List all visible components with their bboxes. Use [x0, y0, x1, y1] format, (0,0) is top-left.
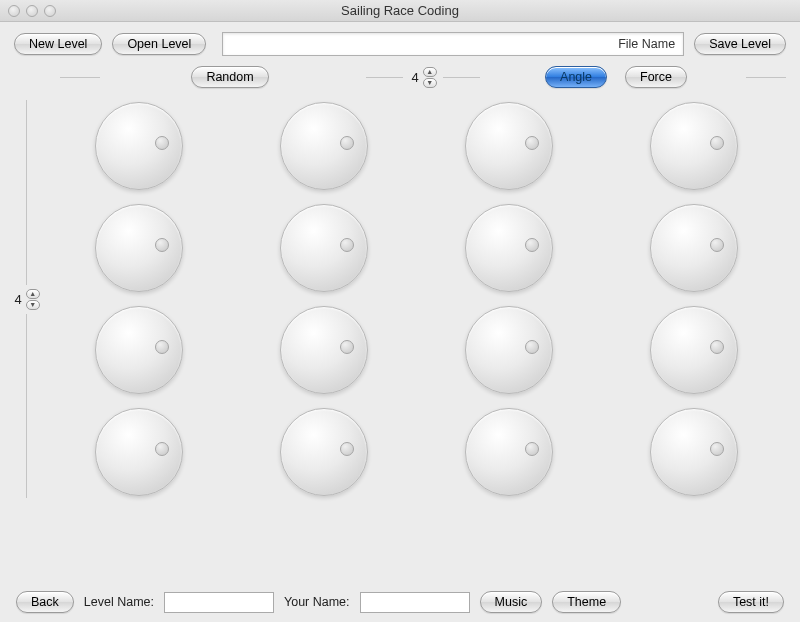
knob-face	[465, 102, 553, 190]
knob-indicator-icon	[340, 340, 354, 354]
knob[interactable]	[95, 306, 183, 394]
knob-indicator-icon	[340, 442, 354, 456]
knob-indicator-icon	[710, 340, 724, 354]
knob-face	[465, 408, 553, 496]
knob[interactable]	[280, 102, 368, 190]
top-toolbar: New Level Open Level File Name Save Leve…	[0, 22, 800, 62]
knob-face	[650, 102, 738, 190]
knob-face	[650, 306, 738, 394]
open-level-button[interactable]: Open Level	[112, 33, 206, 55]
knob[interactable]	[465, 102, 553, 190]
rows-stepper[interactable]: 4 ▲ ▼	[12, 289, 39, 310]
titlebar: Sailing Race Coding	[0, 0, 800, 22]
knob[interactable]	[280, 306, 368, 394]
level-name-label: Level Name:	[84, 595, 154, 609]
knob[interactable]	[95, 408, 183, 496]
knob[interactable]	[95, 102, 183, 190]
knob[interactable]	[650, 408, 738, 496]
knob-face	[465, 306, 553, 394]
chevron-down-icon[interactable]: ▼	[26, 300, 40, 310]
rows-stepper-column: 4 ▲ ▼	[6, 96, 46, 502]
test-it-button[interactable]: Test it!	[718, 591, 784, 613]
divider	[60, 77, 100, 78]
level-name-input[interactable]	[164, 592, 274, 613]
random-button[interactable]: Random	[191, 66, 268, 88]
force-toggle-button[interactable]: Force	[625, 66, 687, 88]
divider	[26, 314, 27, 499]
knob-face	[465, 204, 553, 292]
traffic-lights	[0, 5, 56, 17]
columns-stepper[interactable]: 4 ▲ ▼	[409, 67, 436, 88]
minimize-icon[interactable]	[26, 5, 38, 17]
file-name-label: File Name	[618, 37, 675, 51]
zoom-icon[interactable]	[44, 5, 56, 17]
knob-indicator-icon	[155, 238, 169, 252]
file-name-field[interactable]: File Name	[222, 32, 684, 56]
knob-indicator-icon	[710, 238, 724, 252]
knob[interactable]	[465, 408, 553, 496]
theme-button[interactable]: Theme	[552, 591, 621, 613]
window-title: Sailing Race Coding	[0, 3, 800, 18]
knob-face	[280, 306, 368, 394]
main-area: 4 ▲ ▼	[0, 96, 800, 502]
knob-indicator-icon	[710, 442, 724, 456]
bottom-toolbar: Back Level Name: Your Name: Music Theme …	[0, 582, 800, 622]
your-name-label: Your Name:	[284, 595, 350, 609]
knob-indicator-icon	[340, 136, 354, 150]
angle-toggle-button[interactable]: Angle	[545, 66, 607, 88]
back-button[interactable]: Back	[16, 591, 74, 613]
divider	[366, 77, 403, 78]
knob-face	[95, 306, 183, 394]
close-icon[interactable]	[8, 5, 20, 17]
columns-value: 4	[409, 70, 420, 85]
knob-indicator-icon	[710, 136, 724, 150]
knob-grid	[46, 96, 786, 502]
knob[interactable]	[650, 102, 738, 190]
knob-indicator-icon	[525, 340, 539, 354]
knob-face	[280, 204, 368, 292]
knob-indicator-icon	[155, 136, 169, 150]
knob[interactable]	[95, 204, 183, 292]
knob-indicator-icon	[525, 238, 539, 252]
knob-face	[95, 102, 183, 190]
knob[interactable]	[650, 306, 738, 394]
knob[interactable]	[280, 204, 368, 292]
knob-indicator-icon	[155, 340, 169, 354]
knob-face	[95, 204, 183, 292]
your-name-input[interactable]	[360, 592, 470, 613]
knob[interactable]	[650, 204, 738, 292]
chevron-up-icon[interactable]: ▲	[26, 289, 40, 299]
knob[interactable]	[465, 306, 553, 394]
knob-face	[280, 102, 368, 190]
knob-indicator-icon	[525, 442, 539, 456]
knob-face	[280, 408, 368, 496]
music-button[interactable]: Music	[480, 591, 543, 613]
knob-face	[650, 408, 738, 496]
knob[interactable]	[280, 408, 368, 496]
new-level-button[interactable]: New Level	[14, 33, 102, 55]
divider	[746, 77, 786, 78]
chevron-down-icon[interactable]: ▼	[423, 78, 437, 88]
knob-indicator-icon	[525, 136, 539, 150]
divider	[443, 77, 480, 78]
knob[interactable]	[465, 204, 553, 292]
knob-indicator-icon	[340, 238, 354, 252]
chevron-up-icon[interactable]: ▲	[423, 67, 437, 77]
controls-row: Random 4 ▲ ▼ Angle Force	[0, 62, 800, 96]
knob-face	[650, 204, 738, 292]
knob-face	[95, 408, 183, 496]
knob-indicator-icon	[155, 442, 169, 456]
rows-value: 4	[12, 292, 23, 307]
divider	[26, 100, 27, 285]
save-level-button[interactable]: Save Level	[694, 33, 786, 55]
